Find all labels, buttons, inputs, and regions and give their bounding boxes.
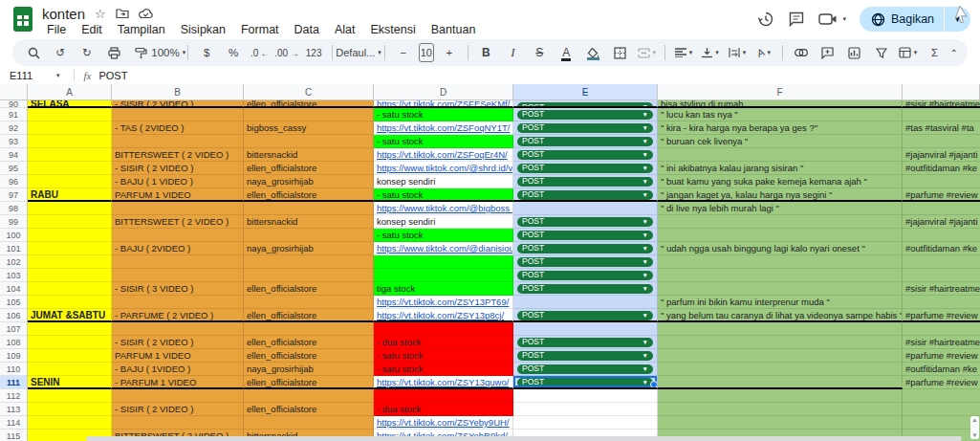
italic-button[interactable]: I (501, 42, 524, 63)
chip-dropdown-caret-icon[interactable]: ▼ (642, 269, 648, 281)
search-menus-button[interactable] (22, 42, 45, 63)
menu-tampilan[interactable]: Tampilan (111, 22, 172, 37)
strikethrough-button[interactable]: S (528, 42, 551, 63)
cell-A91[interactable] (28, 108, 112, 121)
cell-A97[interactable]: RABU (28, 188, 112, 202)
post-dropdown-chip-99[interactable]: POST▼ (517, 217, 653, 228)
text-rotation-button[interactable]: A ▾ (752, 42, 775, 63)
row-header-114[interactable]: 114 (0, 416, 28, 430)
cell-A112[interactable] (28, 389, 112, 403)
cell-B95[interactable]: - SISIR ( 2 VIDEO ) (112, 162, 244, 175)
cell-B114[interactable] (112, 416, 244, 430)
link-D106[interactable]: https://vt.tiktok.com/ZSY13p8cj/ (377, 310, 504, 320)
link-D114[interactable]: https://vt.tiktok.com/ZSYeby9UH/ (377, 417, 510, 428)
cell-A104[interactable] (28, 282, 112, 296)
link-D92[interactable]: https://vt.tiktok.com/ZSFoqNY1T/ (377, 122, 510, 133)
cell-B101[interactable]: - BAJU ( 2VIDEO ) (112, 242, 244, 255)
cell-D94[interactable]: https://vt.tiktok.com/ZSFoqEr4N/ (374, 148, 513, 162)
chip-dropdown-caret-icon[interactable]: ▼ (642, 121, 648, 134)
row-header-107[interactable]: 107 (0, 322, 28, 336)
functions-button[interactable]: Σ (924, 42, 947, 63)
cell-G91[interactable] (903, 108, 980, 121)
row-header-115[interactable]: 115 (0, 430, 28, 441)
cell-D112[interactable] (374, 389, 513, 403)
cloud-status-icon[interactable] (139, 9, 153, 19)
column-header-A[interactable]: A (28, 84, 112, 100)
cell-F114[interactable] (658, 416, 903, 430)
cell-E104[interactable]: POST▼ (513, 282, 658, 296)
row-header-109[interactable]: 109 (0, 349, 28, 363)
fill-color-button[interactable] (581, 42, 604, 63)
cell-B112[interactable] (112, 389, 244, 403)
row-header-97[interactable]: 97 (0, 188, 28, 202)
link-D101[interactable]: https://www.tiktok.com/@dianisioutfitid (377, 243, 513, 254)
cell-G93[interactable] (903, 135, 980, 148)
cell-E107[interactable] (513, 322, 658, 336)
cell-C94[interactable]: bittersnackid (244, 148, 374, 162)
cell-B96[interactable]: - BAJU ( 1 VIDEO ) (112, 175, 244, 188)
post-dropdown-chip-108[interactable]: POST▼ (517, 338, 653, 348)
cell-F93[interactable]: " buruan cek livenya " (658, 135, 903, 148)
cell-B104[interactable]: - SISIR ( 3 VIDEO ) (112, 282, 244, 296)
merge-cells-button[interactable]: ▾ (635, 42, 658, 63)
cell-C112[interactable] (244, 389, 374, 403)
insert-link-button[interactable] (790, 42, 813, 63)
cell-C97[interactable]: ellen_officialstore (244, 188, 374, 202)
cell-E101[interactable]: POST▼ (513, 242, 658, 255)
chip-dropdown-caret-icon[interactable]: ▼ (642, 349, 648, 362)
chip-dropdown-caret-icon[interactable]: ▼ (642, 175, 648, 187)
star-icon[interactable]: ☆ (95, 8, 106, 20)
post-dropdown-chip-92[interactable]: POST▼ (517, 123, 653, 134)
row-header-101[interactable]: 101 (0, 242, 28, 255)
cell-G111[interactable]: #parfume #review (903, 376, 980, 389)
cell-E103[interactable]: POST▼ (513, 269, 658, 282)
menu-sisipkan[interactable]: Sisipkan (174, 22, 232, 37)
link-D98[interactable]: https://www.tiktok.com/@bigboss_cass (377, 203, 513, 213)
cell-E95[interactable]: POST▼ (513, 162, 658, 175)
cell-B99[interactable]: BITTERSWEET ( 2 VIDEO ) (112, 215, 244, 229)
chip-dropdown-caret-icon[interactable]: ▼ (642, 215, 648, 228)
hide-menus-button[interactable]: ⌃ (950, 48, 958, 58)
cell-F113[interactable] (658, 403, 903, 416)
row-header-95[interactable]: 95 (0, 162, 28, 175)
cell-C104[interactable]: ellen_officialstore (244, 282, 374, 296)
row-header-108[interactable]: 108 (0, 336, 28, 349)
present-to-meet-button[interactable]: ▾ (818, 12, 846, 26)
menu-format[interactable]: Format (234, 22, 286, 37)
cell-E94[interactable]: POST▼ (513, 148, 658, 162)
column-header-E[interactable]: E (513, 84, 658, 100)
cell-F104[interactable] (658, 282, 903, 296)
cell-C108[interactable]: ellen_officialstore (244, 336, 374, 349)
column-header-F[interactable]: F (658, 84, 903, 100)
cell-E96[interactable]: POST▼ (513, 175, 658, 188)
chip-dropdown-caret-icon[interactable]: ▼ (642, 242, 648, 254)
cell-B109[interactable]: PARFUM 1 VIDEO (112, 349, 244, 363)
cell-F103[interactable] (658, 269, 903, 282)
cell-G108[interactable]: #sisir #hairtreatme (903, 336, 980, 349)
cell-B102[interactable] (112, 255, 244, 269)
cell-E90[interactable]: POST▼ (513, 100, 658, 108)
cell-A95[interactable] (28, 162, 112, 175)
cell-D101[interactable]: https://www.tiktok.com/@dianisioutfitid (374, 242, 513, 255)
share-button[interactable]: Bagikan ▼ (860, 7, 970, 32)
cell-C113[interactable]: ellen_officialstore (244, 403, 374, 416)
format-percent-button[interactable]: % (222, 42, 245, 63)
cell-B110[interactable]: - BAJU ( 1VIDEO ) (112, 363, 244, 376)
cell-E92[interactable]: POST▼ (513, 121, 658, 135)
decrease-decimal-button[interactable]: .0← (249, 42, 272, 63)
cell-A100[interactable] (28, 229, 112, 242)
horizontal-align-button[interactable]: ▾ (672, 42, 695, 63)
menu-file[interactable]: File (40, 22, 73, 37)
row-header-103[interactable]: 103 (0, 269, 28, 282)
cell-E99[interactable]: POST▼ (513, 215, 658, 229)
font-size-input[interactable]: 10 (419, 43, 434, 62)
cell-F101[interactable]: " udah ngga usah binggung lagi kalo nyar… (658, 242, 903, 255)
cell-F106[interactable]: " yang belum tau caranya di lihat ya vid… (658, 309, 903, 322)
vertical-scrollbar-arrows[interactable]: ▲▼ (970, 416, 979, 439)
cell-E106[interactable]: POST▼ (513, 309, 658, 322)
cell-B108[interactable]: - SISIR ( 2 VIDEO ) (112, 336, 244, 349)
cell-B107[interactable] (112, 322, 244, 336)
column-header-g[interactable] (903, 84, 980, 100)
comments-icon[interactable] (788, 11, 805, 28)
cell-G112[interactable] (903, 389, 980, 403)
